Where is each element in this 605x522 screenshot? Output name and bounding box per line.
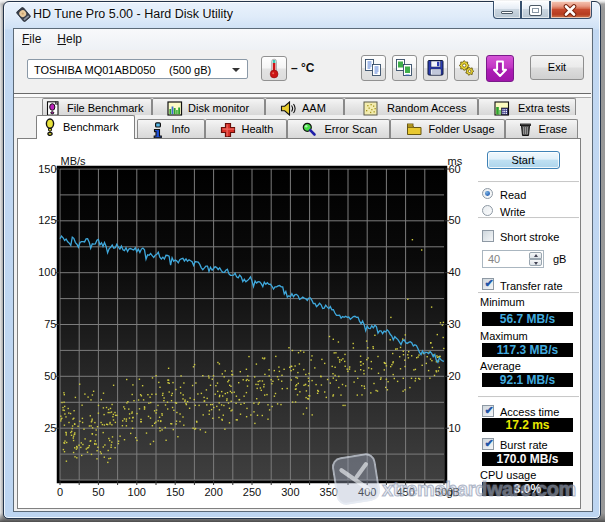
svg-text:30: 30 — [448, 318, 460, 330]
svg-text:50: 50 — [448, 214, 460, 226]
svg-text:25: 25 — [44, 421, 56, 433]
svg-text:100: 100 — [38, 266, 56, 278]
svg-text:150: 150 — [38, 162, 56, 174]
svg-text:150: 150 — [166, 485, 184, 497]
svg-text:40: 40 — [448, 266, 460, 278]
svg-text:0: 0 — [56, 485, 62, 497]
svg-text:75: 75 — [44, 318, 56, 330]
svg-text:250: 250 — [242, 485, 260, 497]
svg-text:125: 125 — [38, 214, 56, 226]
svg-text:10: 10 — [448, 421, 460, 433]
svg-text:300: 300 — [281, 485, 299, 497]
svg-text:60: 60 — [448, 162, 460, 174]
svg-text:200: 200 — [204, 485, 222, 497]
svg-text:50: 50 — [44, 369, 56, 381]
svg-text:100: 100 — [127, 485, 145, 497]
svg-text:50: 50 — [92, 485, 104, 497]
svg-text:20: 20 — [448, 369, 460, 381]
svg-text:MB/s: MB/s — [60, 154, 86, 166]
